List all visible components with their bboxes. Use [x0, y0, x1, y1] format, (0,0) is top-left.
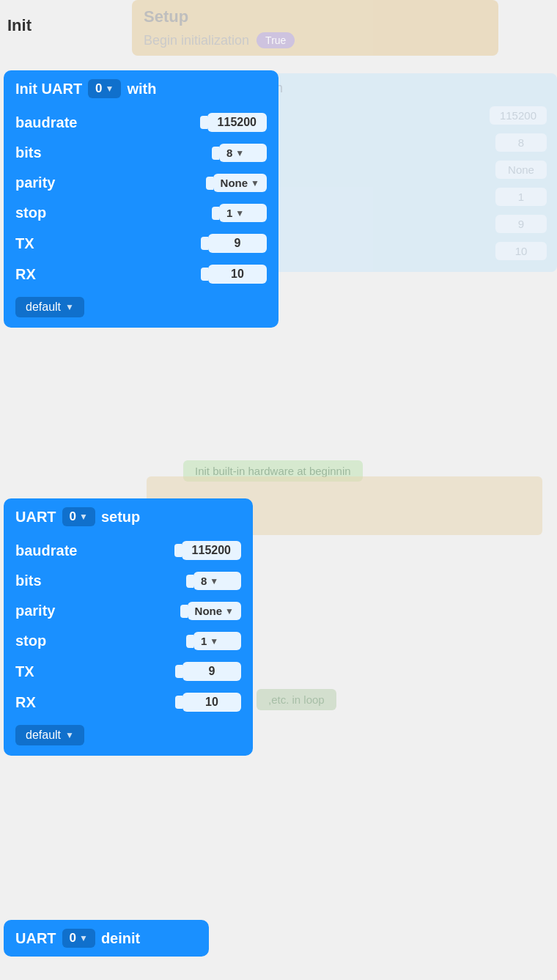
init-uart-stop-value[interactable]: 1 ▼	[219, 204, 267, 222]
bg-begin-label: Begin initialization	[144, 33, 249, 48]
init-uart-default-dropdown[interactable]: default ▼	[15, 297, 84, 317]
init-uart-footer: default ▼	[4, 290, 278, 328]
uart-setup-suffix: setup	[101, 509, 140, 526]
uart-setup-default-arrow: ▼	[65, 730, 74, 740]
uart-setup-prefix: UART	[15, 509, 56, 526]
init-uart-rx-value[interactable]: 10	[208, 265, 267, 284]
init-uart-bits-label: bits	[15, 144, 42, 161]
init-uart-num-dropdown[interactable]: 0 ▼	[88, 79, 121, 98]
init-uart-rx-connector: 10	[201, 265, 267, 284]
uart-deinit-prefix: UART	[15, 930, 56, 947]
init-uart-baudrate-value[interactable]: 115200	[207, 113, 267, 132]
init-uart-bits-row: bits 8 ▼	[4, 138, 278, 168]
init-uart-block: Init UART 0 ▼ with baudrate 115200 bits …	[4, 70, 278, 328]
ghost-row-2: 8	[495, 133, 547, 152]
uart-setup-num-dropdown[interactable]: 0 ▼	[62, 507, 95, 526]
page-title: Init	[7, 16, 32, 35]
uart-setup-stop-value[interactable]: 1 ▼	[193, 632, 241, 650]
init-uart-parity-row: parity None ▼	[4, 168, 278, 198]
uart-setup-bits-label: bits	[15, 572, 42, 589]
ghost-row-3: None	[495, 161, 547, 179]
uart-setup-tx-row: TX 9	[4, 656, 253, 687]
uart-setup-stop-arrow: ▼	[210, 636, 218, 646]
uart-setup-parity-connector: None ▼	[180, 602, 241, 620]
uart-setup-footer: default ▼	[4, 718, 253, 756]
uart-setup-baudrate-connector: 115200	[174, 541, 241, 560]
ghost-row-4: 1	[495, 188, 547, 206]
init-uart-baudrate-row: baudrate 115200	[4, 107, 278, 138]
init-uart-tx-connector: 9	[201, 234, 267, 253]
ghost-row-1: 115200	[490, 106, 547, 125]
uart-deinit-suffix: deinit	[101, 930, 140, 947]
ghost-header: with	[259, 81, 547, 96]
bg-begin-toggle: True	[257, 32, 295, 48]
uart-setup-num-arrow: ▼	[79, 512, 88, 522]
uart-setup-parity-row: parity None ▼	[4, 596, 253, 626]
uart-setup-parity-label: parity	[15, 603, 55, 619]
uart-setup-header: UART 0 ▼ setup	[4, 498, 253, 535]
uart-setup-tx-connector: 9	[175, 662, 241, 681]
init-uart-stop-connector: 1 ▼	[212, 204, 267, 222]
bg-tooltip-2: ,etc. in loop	[257, 689, 336, 710]
uart-setup-baudrate-row: baudrate 115200	[4, 535, 253, 566]
ghost-row-5: 9	[495, 215, 547, 233]
init-uart-default-arrow: ▼	[65, 302, 74, 312]
uart-deinit-header: UART 0 ▼ deinit	[4, 920, 209, 957]
uart-setup-rx-value[interactable]: 10	[182, 693, 241, 712]
uart-setup-bits-row: bits 8 ▼	[4, 566, 253, 596]
init-uart-num-arrow: ▼	[106, 84, 114, 94]
uart-setup-baudrate-value[interactable]: 115200	[182, 541, 241, 560]
uart-setup-parity-value[interactable]: None ▼	[188, 602, 241, 620]
uart-setup-rx-connector: 10	[175, 693, 241, 712]
init-uart-header: Init UART 0 ▼ with	[4, 70, 278, 107]
init-uart-tx-label: TX	[15, 235, 34, 252]
init-uart-bits-arrow: ▼	[235, 148, 244, 158]
init-uart-bits-connector: 8 ▼	[212, 144, 267, 162]
bg-setup-title: Setup	[144, 7, 487, 26]
uart-setup-rx-label: RX	[15, 694, 36, 711]
uart-setup-stop-label: stop	[15, 633, 46, 649]
uart-setup-stop-connector: 1 ▼	[186, 632, 241, 650]
init-uart-stop-arrow: ▼	[235, 208, 244, 218]
init-uart-rx-row: RX 10	[4, 259, 278, 290]
init-uart-baudrate-label: baudrate	[15, 114, 77, 131]
uart-setup-bits-arrow: ▼	[210, 576, 218, 586]
init-uart-prefix: Init UART	[15, 81, 82, 97]
uart-setup-block: UART 0 ▼ setup baudrate 115200 bits 8 ▼ …	[4, 498, 253, 756]
uart-setup-baudrate-label: baudrate	[15, 542, 77, 559]
uart-setup-stop-row: stop 1 ▼	[4, 626, 253, 656]
uart-deinit-block: UART 0 ▼ deinit	[4, 920, 209, 957]
init-uart-bits-value[interactable]: 8 ▼	[219, 144, 267, 162]
uart-setup-bits-value[interactable]: 8 ▼	[193, 572, 241, 590]
init-uart-parity-value[interactable]: None ▼	[213, 174, 267, 192]
uart-deinit-num-arrow: ▼	[79, 933, 88, 943]
init-uart-parity-arrow: ▼	[251, 178, 259, 188]
init-uart-parity-label: parity	[15, 174, 55, 191]
uart-setup-rx-row: RX 10	[4, 687, 253, 718]
init-uart-rx-label: RX	[15, 266, 36, 283]
uart-deinit-num-dropdown[interactable]: 0 ▼	[62, 929, 95, 948]
uart-setup-tx-value[interactable]: 9	[182, 662, 241, 681]
uart-setup-bits-connector: 8 ▼	[186, 572, 241, 590]
init-uart-baudrate-connector: 115200	[200, 113, 267, 132]
uart-setup-parity-arrow: ▼	[225, 606, 234, 616]
bg-tooltip-1: Init built-in hardware at beginnin	[183, 460, 363, 482]
ghost-row-6: 10	[495, 242, 547, 260]
init-uart-tx-row: TX 9	[4, 228, 278, 259]
init-uart-parity-connector: None ▼	[206, 174, 267, 192]
init-uart-stop-label: stop	[15, 205, 46, 221]
init-uart-suffix: with	[127, 81, 156, 97]
uart-setup-tx-label: TX	[15, 663, 34, 680]
init-uart-stop-row: stop 1 ▼	[4, 198, 278, 228]
uart-setup-default-dropdown[interactable]: default ▼	[15, 725, 84, 745]
init-uart-tx-value[interactable]: 9	[208, 234, 267, 253]
